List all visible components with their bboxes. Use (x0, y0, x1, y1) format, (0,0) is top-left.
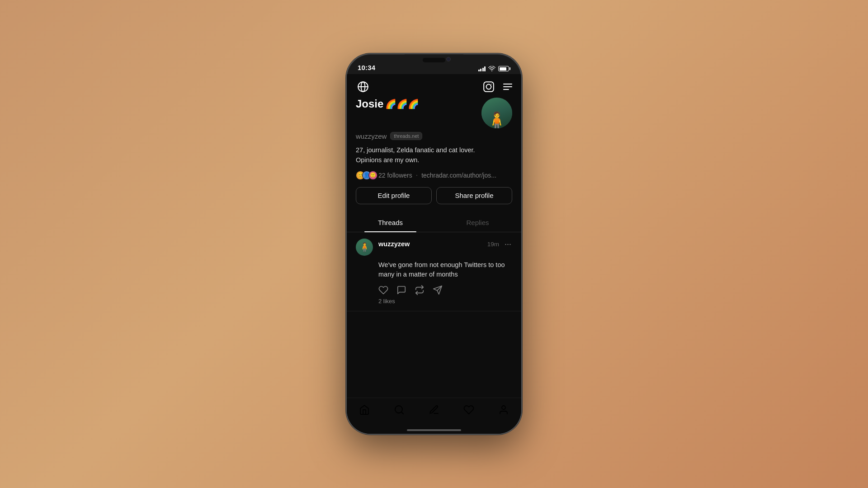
post-time: 19m (487, 241, 499, 248)
bio-line1: 27, journalist, Zelda fanatic and cat lo… (356, 146, 475, 154)
followers-separator: · (416, 171, 418, 179)
handle-text: wuzzyzew (356, 132, 387, 140)
tab-replies-label: Replies (466, 219, 489, 226)
post-avatar-art: 🧍 (356, 239, 373, 256)
notch-speaker (423, 58, 445, 62)
bio-text: 27, journalist, Zelda fanatic and cat lo… (356, 145, 512, 165)
signal-icon (478, 66, 486, 71)
threads-badge: threads.net (390, 132, 422, 140)
menu-button[interactable] (503, 84, 512, 90)
heart-icon (378, 285, 388, 295)
battery-icon (498, 66, 510, 71)
svg-line-10 (401, 412, 403, 414)
edit-profile-button[interactable]: Edit profile (356, 187, 432, 204)
profile-section: Josie 🌈🌈🌈 wuzzyzew threads.net 27, journ… (347, 98, 521, 204)
nav-right (481, 80, 512, 94)
tab-threads-label: Threads (378, 219, 403, 226)
phone-notch (405, 54, 463, 68)
post-actions (356, 285, 512, 295)
bottom-nav (347, 398, 521, 434)
instagram-icon (483, 81, 495, 93)
globe-icon (357, 81, 369, 93)
name-emojis: 🌈🌈🌈 (385, 99, 419, 109)
status-icons (478, 66, 511, 71)
svg-point-11 (502, 406, 505, 409)
wifi-icon (488, 66, 495, 71)
send-icon (433, 285, 443, 295)
comment-button[interactable] (396, 285, 406, 295)
handle-row: wuzzyzew threads.net (356, 132, 512, 140)
post-meta-right: 19m ··· (487, 239, 512, 250)
top-nav (347, 74, 521, 98)
post-more-button[interactable]: ··· (504, 239, 512, 250)
app-content: Josie 🌈🌈🌈 wuzzyzew threads.net 27, journ… (347, 74, 521, 434)
followers-row: 😊 👤 🙂 22 followers · techradar.com/autho… (356, 171, 512, 180)
share-button[interactable] (433, 285, 443, 295)
heart-nav-icon (463, 404, 474, 415)
nav-activity-button[interactable] (458, 403, 480, 417)
status-time: 10:34 (358, 64, 375, 71)
search-icon (394, 404, 405, 415)
profile-icon (498, 404, 509, 415)
post-header: 🧍 wuzzyzew 19m ··· (356, 239, 512, 256)
repost-icon (415, 285, 425, 295)
avatar-image (481, 98, 512, 128)
followers-link[interactable]: techradar.com/author/jos... (421, 172, 496, 179)
phone-frame: 10:34 (346, 53, 522, 435)
tabs: Threads Replies (347, 213, 521, 232)
repost-button[interactable] (415, 285, 425, 295)
action-buttons: Edit profile Share profile (356, 187, 512, 204)
profile-name: Josie 🌈🌈🌈 (356, 98, 419, 110)
bio-line2: Opinions are my own. (356, 156, 419, 164)
svg-rect-4 (484, 82, 494, 92)
avatar[interactable] (481, 98, 512, 128)
name-text: Josie (356, 98, 383, 110)
thread-post: 🧍 wuzzyzew 19m ··· We've gone from not e… (347, 232, 521, 312)
follower-avatar-3: 🙂 (368, 171, 377, 180)
tab-replies[interactable]: Replies (434, 213, 521, 232)
svg-point-0 (491, 70, 492, 71)
home-icon (359, 404, 370, 415)
nav-home-button[interactable] (354, 403, 375, 417)
nav-profile-button[interactable] (493, 403, 514, 417)
profile-header: Josie 🌈🌈🌈 (356, 98, 512, 128)
nav-compose-button[interactable] (423, 403, 445, 417)
post-avatar[interactable]: 🧍 (356, 239, 373, 256)
home-indicator (407, 429, 461, 431)
followers-count[interactable]: 22 followers (378, 172, 412, 179)
comment-icon (396, 285, 406, 295)
post-username[interactable]: wuzzyzew (378, 240, 410, 248)
nav-search-button[interactable] (388, 403, 410, 417)
post-meta: wuzzyzew 19m ··· (378, 239, 512, 250)
post-likes: 2 likes (356, 298, 512, 305)
svg-point-5 (486, 84, 491, 89)
like-button[interactable] (378, 285, 388, 295)
svg-point-6 (491, 84, 492, 84)
compose-icon (429, 404, 439, 415)
post-content: We've gone from not enough Twitters to t… (356, 260, 512, 280)
profile-name-block: Josie 🌈🌈🌈 (356, 98, 419, 110)
tab-threads[interactable]: Threads (347, 213, 434, 232)
globe-button[interactable] (356, 80, 370, 94)
notch-camera (446, 57, 451, 61)
instagram-button[interactable] (481, 80, 496, 94)
follower-avatars: 😊 👤 🙂 (356, 171, 375, 180)
share-profile-button[interactable]: Share profile (436, 187, 512, 204)
